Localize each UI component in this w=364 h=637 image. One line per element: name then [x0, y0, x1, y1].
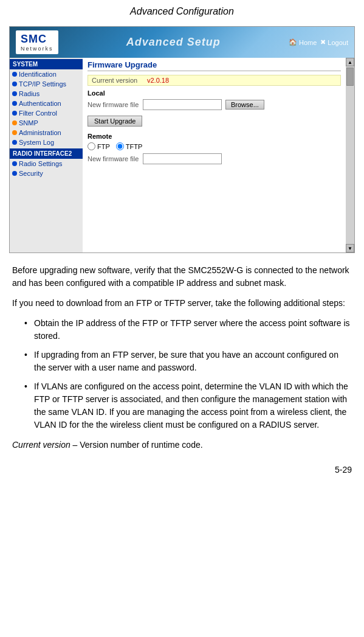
smc-logo-text: SMC	[21, 33, 53, 46]
sidebar-label-radio-settings: Radio Settings	[19, 160, 63, 167]
sidebar-label-filter-control: Filter Control	[19, 110, 57, 117]
sidebar-item-radius[interactable]: Radius	[10, 89, 83, 99]
screenshot-container: SMC Networks Advanced Setup 🏠 Home ✖ Log…	[9, 26, 355, 253]
paragraph-1: Before upgrading new software, verify th…	[12, 264, 352, 290]
smc-logo-sub: Networks	[21, 46, 53, 52]
text-content: Before upgrading new software, verify th…	[0, 264, 364, 451]
list-item-3: If VLANs are configured on the access po…	[24, 380, 352, 431]
ftp-radio[interactable]	[88, 142, 95, 150]
sidebar-label-administration: Administration	[19, 129, 61, 136]
bullet-icon	[12, 91, 17, 96]
tftp-radio[interactable]	[116, 142, 124, 150]
home-icon: 🏠	[289, 38, 297, 46]
bullet-icon	[12, 111, 17, 116]
sidebar-item-filter-control[interactable]: Filter Control	[10, 108, 83, 118]
home-label: Home	[299, 39, 317, 46]
current-version-note: Current version – Version number of runt…	[12, 439, 352, 451]
sidebar-label-snmp: SNMP	[19, 119, 38, 127]
sidebar-label-radius: Radius	[19, 90, 39, 97]
scroll-thumb[interactable]	[346, 68, 354, 86]
nav-buttons: 🏠 Home ✖ Logout	[289, 38, 348, 46]
sidebar-label-system-log: System Log	[19, 139, 54, 146]
sidebar-item-system-log[interactable]: System Log	[10, 137, 83, 147]
page-title: Advanced Configuration	[0, 0, 364, 26]
paragraph-2: If you need to download from an FTP or T…	[12, 297, 352, 310]
current-version-label: Current version	[92, 77, 143, 84]
browse-button[interactable]: Browse...	[225, 100, 264, 110]
list-item-1: Obtain the IP address of the FTP or TFTP…	[24, 317, 352, 343]
ftp-radio-item[interactable]: FTP	[88, 142, 110, 150]
smc-body: SYSTEM Identification TCP/IP Settings Ra…	[10, 58, 354, 252]
current-version-note-italic: Current version	[12, 440, 70, 450]
current-version-row: Current version v2.0.18	[88, 75, 341, 86]
sidebar-item-security[interactable]: Security	[10, 169, 83, 178]
advanced-setup-title: Advanced Setup	[126, 36, 221, 49]
current-version-value: v2.0.18	[147, 77, 169, 84]
bullet-icon	[12, 120, 17, 125]
sidebar-item-authentication[interactable]: Authentication	[10, 99, 83, 108]
scroll-down-arrow[interactable]: ▼	[346, 244, 354, 252]
radio-section-label: RADIO INTERFACE2	[10, 148, 83, 159]
bullet-icon	[12, 101, 17, 106]
sidebar-label-authentication: Authentication	[19, 100, 61, 107]
local-subsection: Local	[88, 89, 341, 97]
list-item-2: If upgrading from an FTP server, be sure…	[24, 349, 352, 374]
smc-header: SMC Networks Advanced Setup 🏠 Home ✖ Log…	[10, 27, 354, 58]
scrollbar[interactable]: ▲ ▼	[346, 58, 354, 252]
sidebar-item-administration[interactable]: Administration	[10, 128, 83, 137]
sidebar-label-identification: Identification	[19, 71, 57, 78]
current-version-note-text: – Version number of runtime code.	[70, 440, 203, 450]
logout-icon: ✖	[320, 38, 326, 46]
firmware-section-title: Firmware Upgrade	[88, 60, 341, 71]
sidebar-item-identification[interactable]: Identification	[10, 69, 83, 79]
main-content: Firmware Upgrade Current version v2.0.18…	[83, 58, 346, 252]
system-section-label: SYSTEM	[10, 59, 83, 69]
scroll-up-arrow[interactable]: ▲	[346, 58, 354, 66]
sidebar-label-tcpip: TCP/IP Settings	[19, 80, 66, 88]
sidebar-item-radio-settings[interactable]: Radio Settings	[10, 159, 83, 169]
tftp-label: TFTP	[126, 143, 143, 150]
sidebar-label-security: Security	[19, 170, 43, 177]
remote-subsection: Remote	[88, 133, 341, 140]
sidebar-item-tcpip[interactable]: TCP/IP Settings	[10, 79, 83, 89]
bullet-icon	[12, 72, 17, 77]
page-number: 5-29	[0, 459, 364, 478]
protocol-radio-group: FTP TFTP	[88, 142, 341, 150]
bullet-icon	[12, 82, 17, 86]
ftp-label: FTP	[97, 143, 110, 150]
bullet-icon	[12, 130, 17, 135]
new-firmware-input[interactable]	[143, 99, 222, 110]
bullet-icon	[12, 171, 17, 176]
sidebar-item-snmp[interactable]: SNMP	[10, 118, 83, 128]
remote-firmware-row: New firmware file	[88, 153, 341, 164]
logout-button[interactable]: ✖ Logout	[320, 38, 348, 46]
smc-logo: SMC Networks	[16, 30, 58, 54]
new-firmware-label: New firmware file	[88, 101, 139, 108]
start-upgrade-row: Start Upgrade	[88, 113, 341, 129]
bullet-list: Obtain the IP address of the FTP or TFTP…	[24, 317, 352, 431]
sidebar: SYSTEM Identification TCP/IP Settings Ra…	[10, 58, 83, 252]
remote-firmware-input[interactable]	[143, 153, 222, 164]
tftp-radio-item[interactable]: TFTP	[116, 142, 143, 150]
start-upgrade-button[interactable]: Start Upgrade	[88, 116, 142, 127]
bullet-icon	[12, 140, 17, 145]
new-firmware-row: New firmware file Browse...	[88, 99, 341, 110]
remote-firmware-label: New firmware file	[88, 155, 139, 162]
logout-label: Logout	[328, 39, 348, 46]
bullet-icon	[12, 161, 17, 166]
home-button[interactable]: 🏠 Home	[289, 38, 317, 46]
